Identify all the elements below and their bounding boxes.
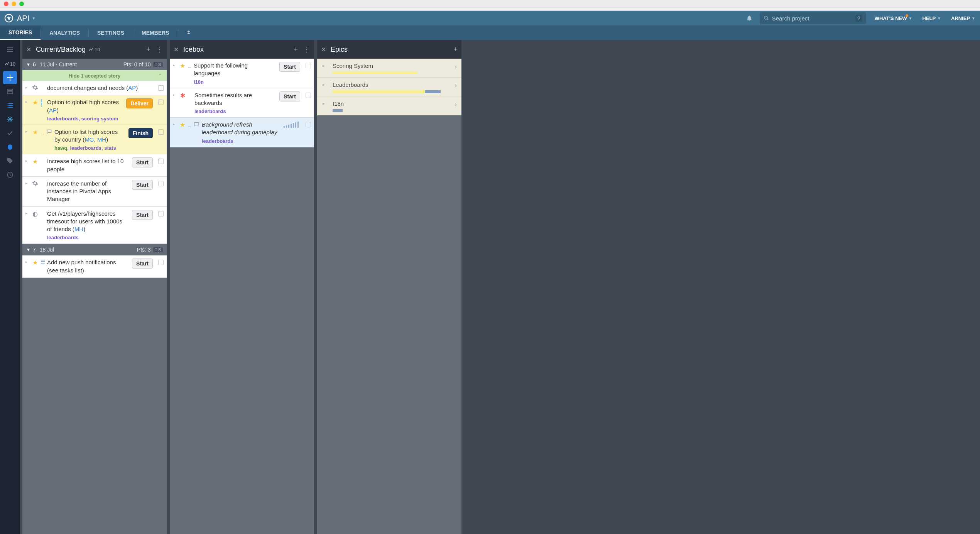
sidebar-add-button[interactable] [3,71,17,84]
caret-down-icon: ▼ [26,62,30,67]
zoom-window-button[interactable] [19,2,24,6]
story-labels[interactable]: leaderboards [194,108,275,114]
expand-icon[interactable]: ▸ [173,63,177,85]
notifications-icon[interactable] [746,15,753,22]
story-labels[interactable]: i18n [194,79,275,85]
iteration-header[interactable]: ▼ 6 11 Jul - Current Pts: 0 of 10 T S [22,59,167,70]
panel-add-button[interactable]: + [453,46,458,54]
estimate-picker[interactable] [284,122,299,128]
story-row[interactable]: ▸ ★ Option to global high scores (AP) le… [22,95,167,125]
panel-menu-button[interactable]: ⋮ [156,45,163,54]
whats-new-badge [906,14,908,17]
expand-icon[interactable]: ▸ [25,181,29,203]
owner-link[interactable]: MH [74,226,83,232]
sidebar-epics-icon[interactable] [3,140,17,154]
expand-icon[interactable]: ▸ [173,93,177,115]
expand-icon[interactable]: ▸ [25,159,29,173]
story-checkbox[interactable] [158,100,164,105]
expand-icon[interactable]: ▸ [323,63,325,68]
expand-icon[interactable]: ▸ [25,211,29,241]
caret-up-icon: ⌃ [158,73,162,78]
story-checkbox[interactable] [158,260,164,265]
logo-icon[interactable] [5,14,13,22]
sidebar-hamburger-icon[interactable] [3,43,17,56]
story-row[interactable]: ▸ ◐ Get /v1/players/highscores timesout … [22,207,167,244]
story-checkbox[interactable] [306,122,311,127]
expand-icon[interactable]: ▸ [323,101,325,106]
sidebar-history-icon[interactable] [3,168,17,181]
panel-close-button[interactable]: ✕ [174,46,179,53]
deliver-button[interactable]: Deliver [126,98,153,108]
epic-row[interactable]: ▸ › I18n [317,96,461,115]
sidebar-velocity[interactable]: 10 [3,57,17,70]
accepted-toggle[interactable]: Hide 1 accepted story ⌃ [22,70,167,81]
panel-velocity[interactable]: 10 [89,47,100,52]
story-row[interactable]: ▸ ★ Add new push notifications (see task… [22,255,167,278]
story-labels[interactable]: hawq, leaderboards, stats [54,145,124,151]
minimize-window-button[interactable] [12,2,16,6]
story-checkbox[interactable] [306,93,311,98]
finish-button[interactable]: Finish [128,128,153,138]
story-labels[interactable]: leaderboards, scoring system [47,116,122,122]
expand-icon[interactable]: ▸ [25,260,29,274]
start-button[interactable]: Start [132,259,153,269]
panel-close-button[interactable]: ✕ [321,46,326,53]
help-link[interactable]: HELP ▼ [922,15,941,21]
tab-stories[interactable]: STORIES [0,25,41,40]
story-checkbox[interactable] [158,181,164,186]
user-menu[interactable]: ARNIEP ▼ [951,15,975,21]
start-button[interactable]: Start [279,62,300,72]
start-button[interactable]: Start [132,210,153,220]
story-checkbox[interactable] [158,159,164,164]
search-box[interactable]: ? [760,12,866,24]
story-checkbox[interactable] [158,85,164,91]
start-button[interactable]: Start [132,180,153,190]
start-button[interactable]: Start [132,157,153,167]
expand-icon[interactable]: ▸ [25,129,29,151]
story-row[interactable]: ▸ ★ Increase high scores list to 10 peop… [22,154,167,177]
story-checkbox[interactable] [158,129,164,135]
owner-link[interactable]: MG, MH [84,136,106,143]
sidebar-mywork-icon[interactable] [3,85,17,98]
epic-row[interactable]: ▸ › Leaderboards [317,78,461,96]
epic-row[interactable]: ▸ › Scoring System [317,59,461,78]
expand-icon[interactable]: ▸ [323,82,325,87]
expand-icon[interactable]: ▸ [25,100,29,122]
expand-icon[interactable]: ▸ [25,85,29,92]
whats-new-link[interactable]: WHAT'S NEW ▼ [875,15,912,21]
start-button[interactable]: Start [279,91,300,101]
story-row[interactable]: ▸ ★ _ Background refresh leaderboard dur… [170,118,314,147]
close-window-button[interactable] [4,2,8,6]
owner-link[interactable]: AP [128,84,136,91]
sidebar-done-icon[interactable] [3,127,17,140]
story-row[interactable]: ▸ ★ _ Support the following languages i1… [170,59,314,88]
owner-link[interactable]: AP [49,107,57,113]
expand-icon[interactable]: ▸ [173,122,177,144]
comment-icon[interactable] [46,129,52,151]
panel-add-button[interactable]: + [146,46,150,54]
sidebar-current-icon[interactable] [3,99,17,112]
story-row[interactable]: ▸ document changes and needs (AP) [22,81,167,95]
story-checkbox[interactable] [306,63,311,68]
project-dropdown-icon[interactable]: ▼ [32,16,35,20]
sidebar-icebox-icon[interactable] [3,113,17,126]
tab-members[interactable]: MEMBERS [133,25,178,40]
tab-settings[interactable]: SETTINGS [89,25,133,40]
story-labels[interactable]: leaderboards [47,235,127,240]
story-checkbox[interactable] [158,211,164,216]
comment-icon[interactable] [194,122,199,144]
story-labels[interactable]: leaderboards [202,138,281,144]
project-name[interactable]: API [17,14,29,23]
panel-add-button[interactable]: + [294,46,298,54]
panel-close-button[interactable]: ✕ [26,46,31,53]
sidebar-labels-icon[interactable] [3,154,17,167]
story-row[interactable]: ▸ Increase the number of instances in Pi… [22,177,167,207]
tab-analytics[interactable]: ANALYTICS [41,25,88,40]
story-row[interactable]: ▸ ★ _ Option to list high scores by coun… [22,125,167,155]
story-row[interactable]: ▸ ✱ Sometimes results are backwards lead… [170,88,314,118]
search-help-icon[interactable]: ? [855,15,862,22]
iteration-header[interactable]: ▼ 7 18 Jul Pts: 3 T S [22,244,167,255]
panel-menu-button[interactable]: ⋮ [303,45,310,54]
search-input[interactable] [772,15,855,22]
collapse-nav-icon[interactable] [178,25,199,40]
